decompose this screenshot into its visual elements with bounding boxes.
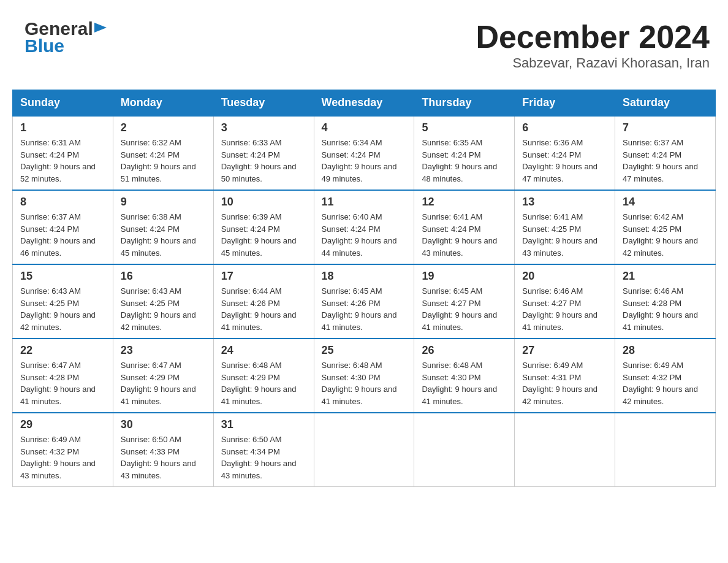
day-info: Sunrise: 6:41 AM Sunset: 4:25 PM Dayligh… — [522, 211, 607, 259]
calendar-cell: 24 Sunrise: 6:48 AM Sunset: 4:29 PM Dayl… — [213, 339, 314, 413]
day-info: Sunrise: 6:48 AM Sunset: 4:30 PM Dayligh… — [422, 359, 507, 407]
month-title: December 2024 — [476, 18, 710, 55]
svg-marker-0 — [94, 23, 107, 33]
day-number: 16 — [121, 270, 206, 283]
day-info: Sunrise: 6:33 AM Sunset: 4:24 PM Dayligh… — [221, 137, 306, 185]
calendar-cell: 1 Sunrise: 6:31 AM Sunset: 4:24 PM Dayli… — [13, 116, 113, 190]
day-info: Sunrise: 6:49 AM Sunset: 4:31 PM Dayligh… — [522, 359, 607, 407]
day-number: 5 — [422, 121, 507, 134]
day-info: Sunrise: 6:48 AM Sunset: 4:29 PM Dayligh… — [221, 359, 306, 407]
day-info: Sunrise: 6:49 AM Sunset: 4:32 PM Dayligh… — [623, 359, 708, 407]
day-info: Sunrise: 6:43 AM Sunset: 4:25 PM Dayligh… — [121, 285, 206, 333]
calendar-cell: 22 Sunrise: 6:47 AM Sunset: 4:28 PM Dayl… — [13, 339, 113, 413]
day-number: 29 — [20, 418, 105, 431]
day-info: Sunrise: 6:46 AM Sunset: 4:28 PM Dayligh… — [623, 285, 708, 333]
week-row-3: 15 Sunrise: 6:43 AM Sunset: 4:25 PM Dayl… — [13, 264, 716, 339]
week-row-1: 1 Sunrise: 6:31 AM Sunset: 4:24 PM Dayli… — [13, 116, 716, 190]
calendar-header-row: SundayMondayTuesdayWednesdayThursdayFrid… — [13, 90, 716, 117]
calendar-cell: 26 Sunrise: 6:48 AM Sunset: 4:30 PM Dayl… — [414, 339, 515, 413]
day-number: 20 — [522, 270, 607, 283]
location: Sabzevar, Razavi Khorasan, Iran — [476, 55, 710, 71]
calendar-cell: 8 Sunrise: 6:37 AM Sunset: 4:24 PM Dayli… — [13, 190, 113, 264]
day-header-tuesday: Tuesday — [213, 90, 314, 117]
day-number: 7 — [623, 121, 708, 134]
day-info: Sunrise: 6:50 AM Sunset: 4:33 PM Dayligh… — [121, 434, 206, 481]
day-info: Sunrise: 6:34 AM Sunset: 4:24 PM Dayligh… — [322, 137, 407, 185]
day-number: 31 — [221, 418, 306, 431]
day-number: 30 — [121, 418, 206, 431]
day-info: Sunrise: 6:49 AM Sunset: 4:32 PM Dayligh… — [20, 434, 105, 481]
day-info: Sunrise: 6:36 AM Sunset: 4:24 PM Dayligh… — [522, 137, 607, 185]
day-header-sunday: Sunday — [13, 90, 113, 117]
calendar-cell: 10 Sunrise: 6:39 AM Sunset: 4:24 PM Dayl… — [213, 190, 314, 264]
calendar-cell: 27 Sunrise: 6:49 AM Sunset: 4:31 PM Dayl… — [515, 339, 615, 413]
day-number: 19 — [422, 270, 507, 283]
day-header-saturday: Saturday — [615, 90, 716, 117]
day-info: Sunrise: 6:39 AM Sunset: 4:24 PM Dayligh… — [221, 211, 306, 259]
calendar-cell: 30 Sunrise: 6:50 AM Sunset: 4:33 PM Dayl… — [113, 413, 213, 487]
calendar-cell: 12 Sunrise: 6:41 AM Sunset: 4:24 PM Dayl… — [414, 190, 515, 264]
day-number: 21 — [623, 270, 708, 283]
day-number: 13 — [522, 196, 607, 209]
day-info: Sunrise: 6:47 AM Sunset: 4:28 PM Dayligh… — [20, 359, 105, 407]
calendar-cell — [515, 413, 615, 487]
page-header: General Blue December 2024 Sabzevar, Raz… — [12, 12, 716, 77]
day-info: Sunrise: 6:41 AM Sunset: 4:24 PM Dayligh… — [422, 211, 507, 259]
day-number: 12 — [422, 196, 507, 209]
calendar-cell: 17 Sunrise: 6:44 AM Sunset: 4:26 PM Dayl… — [213, 264, 314, 339]
logo: General Blue — [25, 18, 107, 56]
day-number: 28 — [623, 344, 708, 357]
calendar-cell: 7 Sunrise: 6:37 AM Sunset: 4:24 PM Dayli… — [615, 116, 716, 190]
calendar-cell: 15 Sunrise: 6:43 AM Sunset: 4:25 PM Dayl… — [13, 264, 113, 339]
day-number: 22 — [20, 344, 105, 357]
day-header-friday: Friday — [515, 90, 615, 117]
day-header-thursday: Thursday — [414, 90, 515, 117]
calendar-cell: 5 Sunrise: 6:35 AM Sunset: 4:24 PM Dayli… — [414, 116, 515, 190]
calendar-cell: 3 Sunrise: 6:33 AM Sunset: 4:24 PM Dayli… — [213, 116, 314, 190]
day-number: 14 — [623, 196, 708, 209]
day-info: Sunrise: 6:35 AM Sunset: 4:24 PM Dayligh… — [422, 137, 507, 185]
calendar-cell: 25 Sunrise: 6:48 AM Sunset: 4:30 PM Dayl… — [314, 339, 414, 413]
day-number: 24 — [221, 344, 306, 357]
calendar-cell: 13 Sunrise: 6:41 AM Sunset: 4:25 PM Dayl… — [515, 190, 615, 264]
day-number: 23 — [121, 344, 206, 357]
calendar-cell: 2 Sunrise: 6:32 AM Sunset: 4:24 PM Dayli… — [113, 116, 213, 190]
day-info: Sunrise: 6:44 AM Sunset: 4:26 PM Dayligh… — [221, 285, 306, 333]
day-number: 18 — [322, 270, 407, 283]
day-number: 3 — [221, 121, 306, 134]
day-number: 11 — [322, 196, 407, 209]
calendar-cell: 6 Sunrise: 6:36 AM Sunset: 4:24 PM Dayli… — [515, 116, 615, 190]
calendar-cell: 28 Sunrise: 6:49 AM Sunset: 4:32 PM Dayl… — [615, 339, 716, 413]
calendar-cell — [414, 413, 515, 487]
calendar-cell: 23 Sunrise: 6:47 AM Sunset: 4:29 PM Dayl… — [113, 339, 213, 413]
calendar-cell: 11 Sunrise: 6:40 AM Sunset: 4:24 PM Dayl… — [314, 190, 414, 264]
day-number: 1 — [20, 121, 105, 134]
day-number: 8 — [20, 196, 105, 209]
day-info: Sunrise: 6:43 AM Sunset: 4:25 PM Dayligh… — [20, 285, 105, 333]
day-info: Sunrise: 6:42 AM Sunset: 4:25 PM Dayligh… — [623, 211, 708, 259]
day-number: 10 — [221, 196, 306, 209]
week-row-4: 22 Sunrise: 6:47 AM Sunset: 4:28 PM Dayl… — [13, 339, 716, 413]
calendar-cell: 20 Sunrise: 6:46 AM Sunset: 4:27 PM Dayl… — [515, 264, 615, 339]
calendar-table: SundayMondayTuesdayWednesdayThursdayFrid… — [12, 90, 716, 487]
day-header-wednesday: Wednesday — [314, 90, 414, 117]
calendar-cell: 29 Sunrise: 6:49 AM Sunset: 4:32 PM Dayl… — [13, 413, 113, 487]
day-info: Sunrise: 6:47 AM Sunset: 4:29 PM Dayligh… — [121, 359, 206, 407]
day-info: Sunrise: 6:37 AM Sunset: 4:24 PM Dayligh… — [623, 137, 708, 185]
day-info: Sunrise: 6:32 AM Sunset: 4:24 PM Dayligh… — [121, 137, 206, 185]
day-number: 9 — [121, 196, 206, 209]
day-info: Sunrise: 6:37 AM Sunset: 4:24 PM Dayligh… — [20, 211, 105, 259]
week-row-5: 29 Sunrise: 6:49 AM Sunset: 4:32 PM Dayl… — [13, 413, 716, 487]
day-number: 27 — [522, 344, 607, 357]
calendar-cell: 31 Sunrise: 6:50 AM Sunset: 4:34 PM Dayl… — [213, 413, 314, 487]
day-number: 2 — [121, 121, 206, 134]
day-info: Sunrise: 6:48 AM Sunset: 4:30 PM Dayligh… — [322, 359, 407, 407]
day-number: 15 — [20, 270, 105, 283]
day-number: 4 — [322, 121, 407, 134]
day-info: Sunrise: 6:45 AM Sunset: 4:26 PM Dayligh… — [322, 285, 407, 333]
week-row-2: 8 Sunrise: 6:37 AM Sunset: 4:24 PM Dayli… — [13, 190, 716, 264]
day-header-monday: Monday — [113, 90, 213, 117]
day-number: 17 — [221, 270, 306, 283]
calendar-cell: 9 Sunrise: 6:38 AM Sunset: 4:24 PM Dayli… — [113, 190, 213, 264]
calendar-cell: 4 Sunrise: 6:34 AM Sunset: 4:24 PM Dayli… — [314, 116, 414, 190]
